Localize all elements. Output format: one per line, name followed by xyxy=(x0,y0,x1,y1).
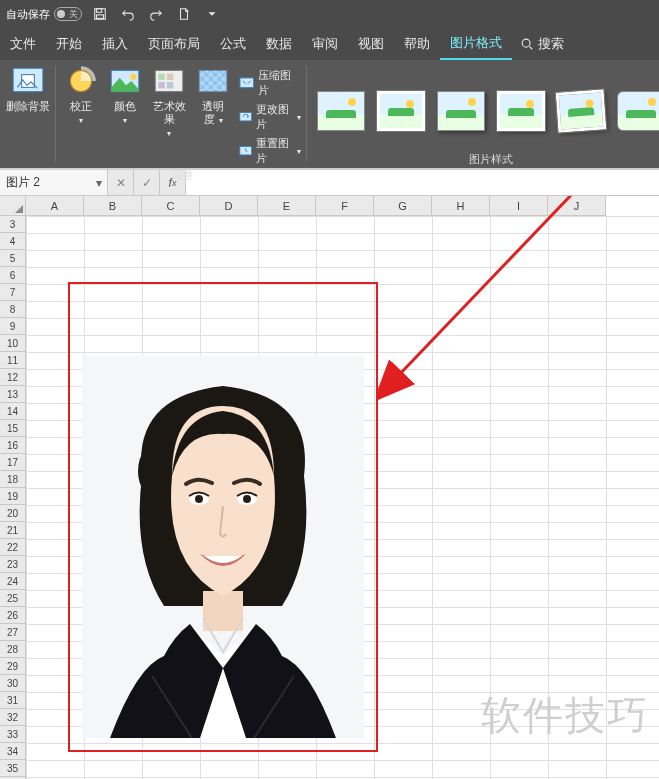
picture-style-6[interactable] xyxy=(617,91,659,131)
col-header-J[interactable]: J xyxy=(548,196,606,216)
row-header-18[interactable]: 18 xyxy=(0,471,26,488)
row-header-3[interactable]: 3 xyxy=(0,216,26,233)
col-header-D[interactable]: D xyxy=(200,196,258,216)
document-icon[interactable] xyxy=(174,4,194,24)
row-header-33[interactable]: 33 xyxy=(0,726,26,743)
svg-rect-1 xyxy=(97,9,102,13)
row-header-13[interactable]: 13 xyxy=(0,386,26,403)
spreadsheet-grid[interactable]: ABCDEFGHIJ 34567891011121314151617181920… xyxy=(0,196,659,779)
column-headers: ABCDEFGHIJ xyxy=(0,196,659,216)
artistic-effects-button[interactable]: 艺术效果▾ xyxy=(150,64,188,140)
row-header-31[interactable]: 31 xyxy=(0,692,26,709)
transparency-button[interactable]: 透明度 ▾ xyxy=(194,64,232,127)
title-bar: 自动保存 关 xyxy=(0,0,659,28)
col-header-C[interactable]: C xyxy=(142,196,200,216)
row-header-28[interactable]: 28 xyxy=(0,641,26,658)
row-header-9[interactable]: 9 xyxy=(0,318,26,335)
tab-data[interactable]: 数据 xyxy=(256,28,302,60)
svg-point-3 xyxy=(522,39,530,47)
col-header-G[interactable]: G xyxy=(374,196,432,216)
picture-style-4[interactable] xyxy=(497,91,545,131)
toggle-switch[interactable]: 关 xyxy=(54,7,82,21)
svg-rect-11 xyxy=(159,74,165,80)
row-header-34[interactable]: 34 xyxy=(0,743,26,760)
select-all-corner[interactable] xyxy=(0,196,26,216)
compress-icon xyxy=(239,75,255,91)
row-header-10[interactable]: 10 xyxy=(0,335,26,352)
tab-picture-format[interactable]: 图片格式 xyxy=(440,28,512,60)
row-header-15[interactable]: 15 xyxy=(0,420,26,437)
tab-view[interactable]: 视图 xyxy=(348,28,394,60)
remove-bg-label: 删除背景 xyxy=(6,100,50,113)
qat-more-icon[interactable] xyxy=(202,4,222,24)
undo-icon[interactable] xyxy=(118,4,138,24)
row-header-27[interactable]: 27 xyxy=(0,624,26,641)
row-header-22[interactable]: 22 xyxy=(0,539,26,556)
row-header-4[interactable]: 4 xyxy=(0,233,26,250)
corrections-icon xyxy=(64,64,98,98)
row-header-16[interactable]: 16 xyxy=(0,437,26,454)
save-icon[interactable] xyxy=(90,4,110,24)
row-header-11[interactable]: 11 xyxy=(0,352,26,369)
row-header-32[interactable]: 32 xyxy=(0,709,26,726)
col-header-F[interactable]: F xyxy=(316,196,374,216)
row-header-25[interactable]: 25 xyxy=(0,590,26,607)
corrections-button[interactable]: 校正▾ xyxy=(62,64,100,127)
row-header-8[interactable]: 8 xyxy=(0,301,26,318)
col-header-H[interactable]: H xyxy=(432,196,490,216)
row-header-29[interactable]: 29 xyxy=(0,658,26,675)
redo-icon[interactable] xyxy=(146,4,166,24)
color-icon xyxy=(108,64,142,98)
color-button[interactable]: 颜色▾ xyxy=(106,64,144,127)
tab-insert[interactable]: 插入 xyxy=(92,28,138,60)
group-label-styles: 图片样式 xyxy=(313,150,659,166)
picture-style-3[interactable] xyxy=(437,91,485,131)
row-header-5[interactable]: 5 xyxy=(0,250,26,267)
watermark: 软件技巧 xyxy=(481,688,649,743)
row-header-7[interactable]: 7 xyxy=(0,284,26,301)
remove-bg-icon xyxy=(11,64,45,98)
inserted-picture[interactable] xyxy=(82,356,364,738)
tab-formulas[interactable]: 公式 xyxy=(210,28,256,60)
svg-rect-12 xyxy=(167,74,173,80)
compress-picture-button[interactable]: 压缩图片 xyxy=(239,68,301,98)
tab-file[interactable]: 文件 xyxy=(0,28,46,60)
row-header-14[interactable]: 14 xyxy=(0,403,26,420)
svg-point-29 xyxy=(243,495,251,503)
picture-style-5[interactable] xyxy=(556,89,607,132)
autosave-toggle[interactable]: 自动保存 关 xyxy=(6,7,82,22)
transparency-icon xyxy=(196,64,230,98)
row-header-24[interactable]: 24 xyxy=(0,573,26,590)
ribbon-group-adjust: 校正▾ 颜色▾ 艺术效果▾ 透明度 ▾ xyxy=(56,60,307,168)
row-header-26[interactable]: 26 xyxy=(0,607,26,624)
tab-home[interactable]: 开始 xyxy=(46,28,92,60)
row-header-20[interactable]: 20 xyxy=(0,505,26,522)
reset-picture-icon xyxy=(239,143,252,159)
picture-style-2[interactable] xyxy=(377,91,425,131)
col-header-I[interactable]: I xyxy=(490,196,548,216)
tab-pagelayout[interactable]: 页面布局 xyxy=(138,28,210,60)
row-header-35[interactable]: 35 xyxy=(0,760,26,777)
col-header-B[interactable]: B xyxy=(84,196,142,216)
reset-picture-button[interactable]: 重置图片 ▾ xyxy=(239,136,301,166)
row-header-21[interactable]: 21 xyxy=(0,522,26,539)
change-picture-button[interactable]: 更改图片 ▾ xyxy=(239,102,301,132)
row-header-6[interactable]: 6 xyxy=(0,267,26,284)
group-label-adjust: 调整 xyxy=(62,166,301,182)
picture-style-1[interactable] xyxy=(317,91,365,131)
row-header-19[interactable]: 19 xyxy=(0,488,26,505)
search-button[interactable]: 搜索 xyxy=(520,28,564,60)
row-header-23[interactable]: 23 xyxy=(0,556,26,573)
tab-review[interactable]: 审阅 xyxy=(302,28,348,60)
ribbon-group-removebg: 删除背景 xyxy=(0,60,56,168)
autosave-label: 自动保存 xyxy=(6,7,50,22)
tab-help[interactable]: 帮助 xyxy=(394,28,440,60)
row-header-12[interactable]: 12 xyxy=(0,369,26,386)
remove-background-button[interactable]: 删除背景 xyxy=(6,64,50,113)
row-header-17[interactable]: 17 xyxy=(0,454,26,471)
col-header-A[interactable]: A xyxy=(26,196,84,216)
col-header-E[interactable]: E xyxy=(258,196,316,216)
row-header-30[interactable]: 30 xyxy=(0,675,26,692)
ribbon: 删除背景 校正▾ 颜色▾ 艺术效果▾ xyxy=(0,60,659,168)
svg-rect-19 xyxy=(200,70,228,91)
